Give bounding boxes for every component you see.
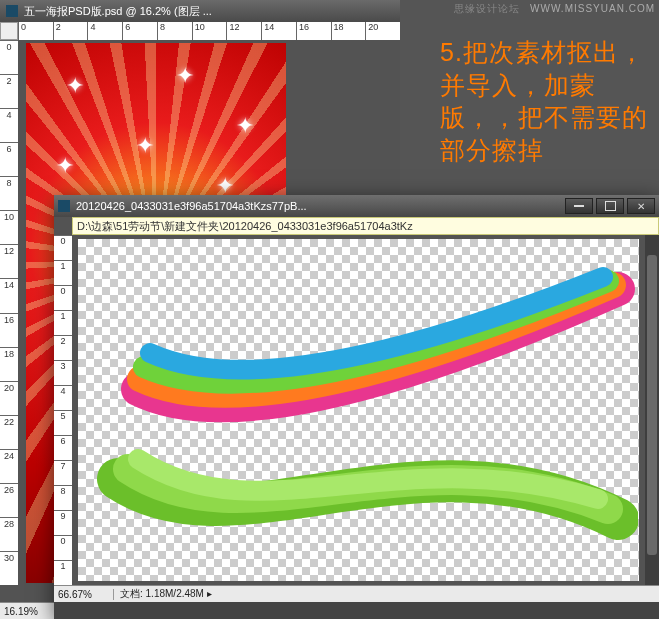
ruler-tick: 26 (0, 483, 18, 517)
close-button[interactable]: ✕ (627, 198, 655, 214)
photoshop-front-window: 20120426_0433031e3f96a51704a3tKzs77pB...… (54, 195, 659, 619)
ruler-tick: 3 (54, 360, 72, 385)
ruler-tick: 6 (122, 22, 157, 40)
ruler-tick: 16 (296, 22, 331, 40)
sparkle-icon: ✦ (66, 73, 84, 99)
maximize-button[interactable] (596, 198, 624, 214)
ruler-tick: 2 (0, 74, 18, 108)
file-path-tooltip: D:\边森\51劳动节\新建文件夹\20120426_0433031e3f96a… (72, 217, 659, 235)
ruler-tick: 2 (54, 335, 72, 360)
ruler-tick: 12 (0, 244, 18, 278)
ruler-tick: 8 (54, 485, 72, 510)
ruler-tick: 6 (54, 435, 72, 460)
ruler-tick: 1 (54, 310, 72, 335)
ruler-origin[interactable] (0, 22, 18, 40)
ruler-tick: 10 (0, 210, 18, 244)
front-statusbar: 66.67% 文档: 1.18M/2.48M ▸ (54, 585, 659, 602)
ruler-tick: 0 (0, 40, 18, 74)
doc-label: 文档: (120, 588, 143, 599)
ruler-tick: 22 (0, 415, 18, 449)
front-canvas-area[interactable] (72, 235, 645, 585)
ruler-tick: 30 (0, 551, 18, 585)
ruler-tick: 4 (0, 108, 18, 142)
back-titlebar[interactable]: 五一海报PSD版.psd @ 16.2% (图层 ... (0, 0, 400, 22)
ruler-tick: 1 (54, 260, 72, 285)
ruler-tick: 1 (54, 560, 72, 585)
ruler-tick: 9 (54, 510, 72, 535)
ruler-tick: 7 (54, 460, 72, 485)
ruler-tick: 0 (54, 285, 72, 310)
zoom-readout[interactable]: 16.19% (0, 606, 55, 617)
sparkle-icon: ✦ (176, 63, 194, 89)
ps-icon (6, 5, 18, 17)
back-window-title: 五一海报PSD版.psd @ 16.2% (图层 ... (24, 4, 212, 19)
ruler-tick: 0 (54, 535, 72, 560)
sparkle-icon: ✦ (236, 113, 254, 139)
ruler-tick: 12 (226, 22, 261, 40)
ruler-tick: 18 (331, 22, 366, 40)
ruler-tick: 0 (18, 22, 53, 40)
ruler-tick: 24 (0, 449, 18, 483)
scrollbar-thumb[interactable] (647, 255, 657, 555)
ruler-vertical[interactable]: 0 1 0 1 2 3 4 5 6 7 8 9 0 1 (54, 235, 72, 585)
ruler-tick: 5 (54, 410, 72, 435)
dropdown-arrow-icon[interactable]: ▸ (207, 588, 212, 599)
doc-size-readout: 文档: 1.18M/2.48M ▸ (114, 587, 212, 601)
ruler-tick: 10 (192, 22, 227, 40)
ruler-tick: 20 (365, 22, 400, 40)
ruler-tick: 14 (261, 22, 296, 40)
ruler-tick: 8 (0, 176, 18, 210)
ruler-tick: 4 (54, 385, 72, 410)
sparkle-icon: ✦ (136, 133, 154, 159)
ruler-tick: 28 (0, 517, 18, 551)
ruler-tick: 6 (0, 142, 18, 176)
ruler-tick: 20 (0, 381, 18, 415)
scrollbar-horizontal[interactable] (54, 602, 659, 619)
sparkle-icon: ✦ (56, 153, 74, 179)
green-ribbon-artwork (78, 409, 638, 581)
minimize-button[interactable] (565, 198, 593, 214)
zoom-readout[interactable]: 66.67% (54, 589, 114, 600)
transparent-canvas[interactable] (78, 239, 639, 581)
ruler-tick: 4 (87, 22, 122, 40)
vertical-scrollbar[interactable] (645, 235, 659, 585)
tutorial-step-text: 5.把次素材抠出，并导入，加蒙版，，把不需要的部分擦掉 (440, 36, 650, 166)
ruler-tick: 8 (157, 22, 192, 40)
ruler-tick: 18 (0, 347, 18, 381)
ruler-tick: 14 (0, 278, 18, 312)
doc-size-value: 1.18M/2.48M (146, 588, 204, 599)
ps-icon (58, 200, 70, 212)
ruler-tick: 0 (54, 235, 72, 260)
watermark: 思缘设计论坛 WWW.MISSYUAN.COM (454, 2, 655, 16)
ruler-vertical[interactable]: 0 2 4 6 8 10 12 14 16 18 20 22 24 26 28 … (0, 40, 18, 585)
watermark-site-name: 思缘设计论坛 (454, 3, 520, 14)
ruler-horizontal[interactable]: 0 2 4 6 8 10 12 14 16 18 20 (18, 22, 400, 40)
ruler-tick: 2 (53, 22, 88, 40)
watermark-url: WWW.MISSYUAN.COM (530, 3, 655, 14)
ruler-tick: 16 (0, 313, 18, 347)
front-titlebar[interactable]: 20120426_0433031e3f96a51704a3tKzs77pB...… (54, 195, 659, 217)
front-window-title: 20120426_0433031e3f96a51704a3tKzs77pB... (76, 200, 562, 212)
